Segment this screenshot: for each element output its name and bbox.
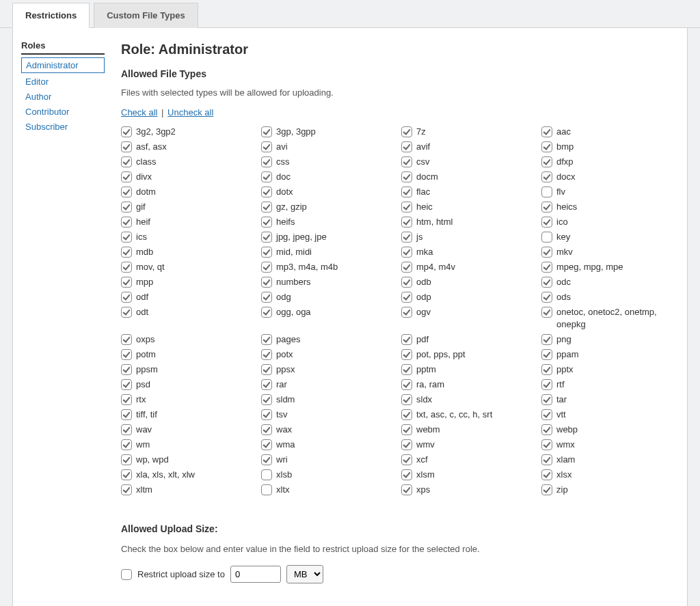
file-type-checkbox[interactable] xyxy=(121,217,132,228)
file-type-label[interactable]: oxps xyxy=(136,333,154,346)
restrict-label[interactable]: Restrict upload size to xyxy=(137,569,225,579)
file-type-checkbox[interactable] xyxy=(541,202,552,212)
file-type-checkbox[interactable] xyxy=(261,424,272,435)
file-type-checkbox[interactable] xyxy=(121,156,132,167)
file-type-checkbox[interactable] xyxy=(121,409,132,420)
file-type-label[interactable]: rtf xyxy=(556,378,565,391)
file-type-label[interactable]: tsv xyxy=(276,409,288,421)
file-type-label[interactable]: xltm xyxy=(136,484,152,496)
file-type-label[interactable]: odg xyxy=(276,291,291,303)
file-type-label[interactable]: mid, midi xyxy=(276,246,312,258)
file-type-checkbox[interactable] xyxy=(541,349,552,360)
file-type-checkbox[interactable] xyxy=(541,394,552,405)
file-type-label[interactable]: odt xyxy=(136,306,148,318)
file-type-label[interactable]: ogg, oga xyxy=(276,306,311,318)
file-type-label[interactable]: xlsm xyxy=(416,469,435,481)
file-type-label[interactable]: pot, pps, ppt xyxy=(416,348,466,361)
file-type-label[interactable]: mpp xyxy=(136,276,153,288)
file-type-checkbox[interactable] xyxy=(261,364,272,375)
file-type-checkbox[interactable] xyxy=(541,277,552,288)
file-type-label[interactable]: wax xyxy=(276,424,292,436)
file-type-label[interactable]: potm xyxy=(136,348,156,361)
file-type-label[interactable]: xps xyxy=(416,484,430,496)
file-type-checkbox[interactable] xyxy=(541,232,552,243)
file-type-checkbox[interactable] xyxy=(121,141,132,152)
file-type-label[interactable]: pptm xyxy=(416,363,436,376)
file-type-checkbox[interactable] xyxy=(541,141,552,152)
upload-unit-select[interactable]: MBKBGB xyxy=(286,565,323,583)
file-type-label[interactable]: ods xyxy=(556,291,571,303)
file-type-checkbox[interactable] xyxy=(541,379,552,390)
file-type-label[interactable]: psd xyxy=(136,378,150,391)
file-type-checkbox[interactable] xyxy=(121,292,132,303)
file-type-label[interactable]: wav xyxy=(136,424,152,436)
file-type-label[interactable]: wm xyxy=(136,439,150,451)
file-type-checkbox[interactable] xyxy=(121,379,132,390)
file-type-label[interactable]: xlam xyxy=(556,454,575,466)
file-type-label[interactable]: dfxp xyxy=(556,156,574,168)
file-type-label[interactable]: bmp xyxy=(556,141,574,153)
file-type-checkbox[interactable] xyxy=(121,394,132,405)
role-subscriber[interactable]: Subscriber xyxy=(21,120,105,133)
file-type-checkbox[interactable] xyxy=(261,126,272,137)
file-type-label[interactable]: mkv xyxy=(556,246,573,258)
file-type-checkbox[interactable] xyxy=(541,454,552,465)
file-type-checkbox[interactable] xyxy=(541,156,552,167)
file-type-checkbox[interactable] xyxy=(541,187,552,197)
file-type-checkbox[interactable] xyxy=(261,262,272,273)
file-type-label[interactable]: dotm xyxy=(136,186,156,198)
role-editor[interactable]: Editor xyxy=(21,75,105,88)
file-type-checkbox[interactable] xyxy=(401,454,412,465)
file-type-checkbox[interactable] xyxy=(541,364,552,375)
file-type-checkbox[interactable] xyxy=(261,277,272,288)
file-type-checkbox[interactable] xyxy=(261,469,272,480)
file-type-checkbox[interactable] xyxy=(401,232,412,243)
file-type-checkbox[interactable] xyxy=(541,439,552,450)
file-type-checkbox[interactable] xyxy=(261,334,272,345)
file-type-checkbox[interactable] xyxy=(121,364,132,375)
file-type-label[interactable]: rtx xyxy=(136,394,146,406)
file-type-label[interactable]: mp3, m4a, m4b xyxy=(276,261,338,273)
file-type-checkbox[interactable] xyxy=(541,424,552,435)
file-type-label[interactable]: wp, wpd xyxy=(136,454,169,466)
file-type-checkbox[interactable] xyxy=(401,424,412,435)
file-type-label[interactable]: mov, qt xyxy=(136,261,165,273)
file-type-label[interactable]: flac xyxy=(416,186,430,198)
file-type-label[interactable]: pages xyxy=(276,333,300,346)
file-type-label[interactable]: key xyxy=(556,231,570,243)
file-type-label[interactable]: dotx xyxy=(276,186,293,198)
role-contributor[interactable]: Contributor xyxy=(21,105,105,118)
file-type-label[interactable]: pdf xyxy=(416,333,429,346)
file-type-checkbox[interactable] xyxy=(401,469,412,480)
file-type-label[interactable]: heifs xyxy=(276,216,295,228)
file-type-label[interactable]: heif xyxy=(136,216,150,228)
file-type-label[interactable]: odb xyxy=(416,276,431,288)
file-type-label[interactable]: webp xyxy=(556,424,578,436)
file-type-checkbox[interactable] xyxy=(401,334,412,345)
file-type-label[interactable]: odp xyxy=(416,291,431,303)
file-type-label[interactable]: rar xyxy=(276,378,287,391)
file-type-checkbox[interactable] xyxy=(121,247,132,258)
file-type-label[interactable]: ppsm xyxy=(136,363,158,376)
file-type-checkbox[interactable] xyxy=(261,349,272,360)
file-type-checkbox[interactable] xyxy=(261,307,272,318)
file-type-checkbox[interactable] xyxy=(261,232,272,243)
file-type-checkbox[interactable] xyxy=(121,277,132,288)
file-type-label[interactable]: mka xyxy=(416,246,433,258)
file-type-checkbox[interactable] xyxy=(401,156,412,167)
file-type-label[interactable]: heics xyxy=(556,201,577,213)
file-type-checkbox[interactable] xyxy=(261,439,272,450)
file-type-label[interactable]: class xyxy=(136,156,157,168)
file-type-label[interactable]: wma xyxy=(276,439,295,451)
role-author[interactable]: Author xyxy=(21,90,105,103)
file-type-label[interactable]: heic xyxy=(416,201,433,213)
file-type-checkbox[interactable] xyxy=(541,334,552,345)
file-type-label[interactable]: numbers xyxy=(276,276,311,288)
file-type-label[interactable]: wmx xyxy=(556,439,575,451)
file-type-label[interactable]: pptx xyxy=(556,363,574,376)
file-type-label[interactable]: ppsx xyxy=(276,363,295,376)
file-type-label[interactable]: doc xyxy=(276,171,291,183)
file-type-checkbox[interactable] xyxy=(401,247,412,258)
file-type-checkbox[interactable] xyxy=(121,349,132,360)
file-type-label[interactable]: 3g2, 3gp2 xyxy=(136,126,176,138)
